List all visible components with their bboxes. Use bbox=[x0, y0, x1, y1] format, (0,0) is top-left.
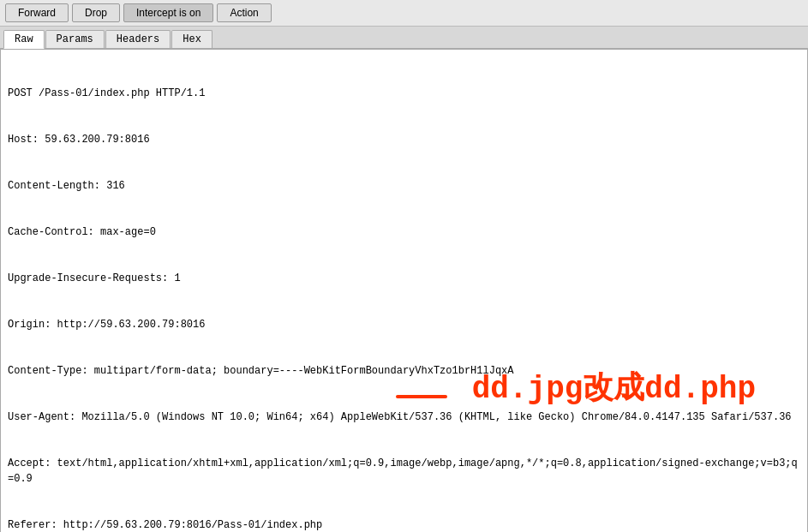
cache-control-line: Cache-Control: max-age=0 bbox=[8, 224, 800, 240]
toolbar: Forward Drop Intercept is on Action bbox=[0, 0, 808, 27]
tab-headers[interactable]: Headers bbox=[105, 30, 171, 48]
tab-hex[interactable]: Hex bbox=[171, 30, 212, 48]
upgrade-line: Upgrade-Insecure-Requests: 1 bbox=[8, 271, 800, 286]
origin-line: Origin: http://59.63.200.79:8016 bbox=[8, 317, 800, 332]
forward-button[interactable]: Forward bbox=[5, 3, 69, 22]
content-length-line: Content-Length: 316 bbox=[8, 178, 800, 194]
annotation-text: dd.jpg改成dd.php bbox=[472, 367, 756, 413]
tab-params[interactable]: Params bbox=[45, 30, 105, 48]
host-line: Host: 59.63.200.79:8016 bbox=[8, 132, 800, 147]
drop-button[interactable]: Drop bbox=[72, 3, 120, 22]
request-line: POST /Pass-01/index.php HTTP/1.1 bbox=[8, 86, 800, 101]
action-button[interactable]: Action bbox=[217, 3, 271, 22]
intercept-button[interactable]: Intercept is on bbox=[123, 3, 213, 22]
tab-bar: Raw Params Headers Hex bbox=[0, 27, 808, 49]
annotation-arrow bbox=[396, 395, 447, 398]
tab-raw[interactable]: Raw bbox=[3, 30, 45, 49]
request-content[interactable]: POST /Pass-01/index.php HTTP/1.1 Host: 5… bbox=[0, 49, 808, 532]
accept-line: Accept: text/html,application/xhtml+xml,… bbox=[8, 456, 800, 487]
referer-line: Referer: http://59.63.200.79:8016/Pass-0… bbox=[8, 517, 800, 532]
